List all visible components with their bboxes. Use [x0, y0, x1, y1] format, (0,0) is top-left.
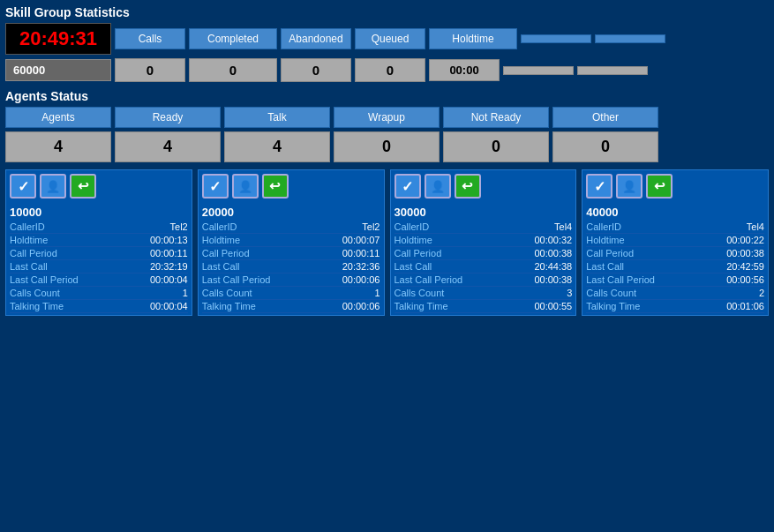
person-icon-3[interactable]: [425, 174, 451, 199]
card-id-3: 30000: [395, 204, 573, 221]
caller-val-2: Tel2: [362, 221, 379, 232]
page-wrapper: Skill Group Statistics 20:49:31 Calls Co…: [0, 0, 774, 321]
av-wrapup: 0: [334, 131, 440, 162]
lastcallperiod-val-4: 00:00:56: [726, 274, 764, 285]
person-icon-1[interactable]: [40, 174, 66, 199]
card-talkingtime-2: Talking Time 00:00:06: [202, 300, 380, 313]
card-callperiod-2: Call Period 00:00:11: [202, 247, 380, 260]
callperiod-val-2: 00:00:11: [342, 248, 380, 259]
card-callperiod-1: Call Period 00:00:11: [10, 247, 188, 260]
holdtime-val-4: 00:00:22: [726, 235, 764, 245]
check-icon-3[interactable]: [395, 174, 421, 199]
av-ready: 4: [115, 131, 221, 162]
val-queued: 0: [355, 58, 425, 82]
callperiod-label-1: Call Period: [10, 248, 57, 259]
val-calls: 0: [115, 58, 185, 82]
check-icon-2[interactable]: [202, 174, 229, 199]
card-lastcall-4: Last Call 20:42:59: [586, 260, 764, 273]
person-mark-3: [431, 179, 445, 193]
card-body-2: 20000 CallerID Tel2 Holdtime 00:00:07 Ca…: [199, 202, 384, 315]
talkingtime-label-4: Talking Time: [586, 301, 640, 311]
person-icon-4[interactable]: [616, 174, 642, 199]
ah-agents: Agents: [5, 107, 111, 128]
card-lastcall-1: Last Call 20:32:19: [10, 260, 188, 273]
talkingtime-val-3: 00:00:55: [534, 301, 572, 311]
skill-group-header-row: 20:49:31 Calls Completed Abandoned Queue…: [5, 23, 769, 55]
card-callperiod-3: Call Period 00:00:38: [395, 247, 573, 260]
val-completed: 0: [189, 58, 277, 82]
header-queued: Queued: [355, 28, 425, 49]
card-talkingtime-4: Talking Time 00:01:06: [586, 300, 764, 313]
agents-header-row: Agents Ready Talk Wrapup Not Ready Other: [5, 107, 769, 128]
header-holdtime: Holdtime: [429, 28, 517, 49]
card-holdtime-2: Holdtime 00:00:07: [202, 234, 380, 247]
ah-ready: Ready: [115, 107, 221, 128]
lastcall-val-2: 20:32:36: [342, 261, 380, 272]
arrow-icon-3[interactable]: [455, 174, 481, 199]
lastcallperiod-val-1: 00:00:04: [150, 274, 188, 285]
card-callscount-3: Calls Count 3: [395, 287, 573, 300]
arrow-icon-2[interactable]: [262, 174, 289, 199]
arrow-mark-1: [78, 178, 89, 194]
talkingtime-label-3: Talking Time: [395, 301, 448, 311]
card-holdtime-4: Holdtime 00:00:22: [586, 234, 764, 247]
card-id-4: 40000: [586, 204, 764, 221]
agents-section: Agents Status Agents Ready Talk Wrapup N…: [5, 89, 769, 162]
callscount-label-3: Calls Count: [395, 288, 445, 298]
av-other: 0: [552, 131, 658, 162]
person-mark-4: [622, 179, 636, 193]
ah-talk: Talk: [224, 107, 330, 128]
holdtime-val-2: 00:00:07: [342, 235, 380, 245]
ah-wrapup: Wrapup: [334, 107, 440, 128]
card-body-4: 40000 CallerID Tel4 Holdtime 00:00:22 Ca…: [582, 202, 768, 315]
callscount-val-2: 1: [374, 288, 379, 298]
av-agents: 4: [5, 131, 111, 162]
check-mark-3: [402, 178, 413, 195]
lastcall-label-2: Last Call: [202, 261, 240, 272]
holdtime-val-1: 00:00:13: [150, 235, 188, 245]
skill-group-title: Skill Group Statistics: [5, 5, 769, 19]
lastcall-val-4: 20:42:59: [726, 261, 764, 272]
person-icon-2[interactable]: [232, 174, 259, 199]
lastcall-label-3: Last Call: [395, 261, 432, 272]
val-extra2: [577, 66, 648, 75]
callscount-label-2: Calls Count: [202, 288, 252, 298]
arrow-icon-1[interactable]: [70, 174, 96, 199]
arrow-mark-2: [269, 178, 281, 194]
card-id-2: 20000: [202, 204, 380, 221]
lastcallperiod-label-1: Last Call Period: [10, 274, 79, 285]
person-mark-2: [238, 179, 252, 193]
header-extra1: [521, 34, 591, 43]
talkingtime-val-4: 00:01:06: [726, 301, 764, 311]
holdtime-val-3: 00:00:32: [534, 235, 572, 245]
caller-label-3: CallerID: [395, 221, 430, 232]
card-callscount-4: Calls Count 2: [586, 287, 764, 300]
talkingtime-label-2: Talking Time: [202, 301, 256, 311]
holdtime-label-4: Holdtime: [586, 235, 624, 245]
card-lastcallperiod-1: Last Call Period 00:00:04: [10, 273, 188, 287]
ah-notready: Not Ready: [443, 107, 549, 128]
holdtime-label-1: Holdtime: [10, 235, 48, 245]
card-id-1: 10000: [10, 204, 188, 221]
card-icons-4: [582, 170, 768, 202]
arrow-icon-4[interactable]: [646, 174, 673, 199]
av-talk: 4: [224, 131, 330, 162]
lastcallperiod-val-3: 00:00:38: [534, 274, 572, 285]
card-lastcall-2: Last Call 20:32:36: [202, 260, 380, 273]
check-icon-1[interactable]: [10, 174, 36, 199]
callscount-val-1: 1: [183, 288, 188, 298]
lastcallperiod-val-2: 00:00:06: [342, 274, 380, 285]
card-callperiod-4: Call Period 00:00:38: [586, 247, 764, 260]
person-mark-1: [46, 179, 60, 193]
holdtime-label-3: Holdtime: [395, 235, 432, 245]
card-holdtime-3: Holdtime 00:00:32: [395, 234, 573, 247]
card-body-1: 10000 CallerID Tel2 Holdtime 00:00:13 Ca…: [6, 202, 192, 315]
lastcallperiod-label-2: Last Call Period: [202, 274, 271, 285]
card-talkingtime-3: Talking Time 00:00:55: [395, 300, 573, 313]
holdtime-label-2: Holdtime: [202, 235, 240, 245]
val-abandoned: 0: [281, 58, 351, 82]
lastcall-label-1: Last Call: [10, 261, 48, 272]
caller-label-2: CallerID: [202, 221, 237, 232]
check-icon-4[interactable]: [586, 174, 612, 199]
card-caller-3: CallerID Tel4: [395, 221, 573, 234]
